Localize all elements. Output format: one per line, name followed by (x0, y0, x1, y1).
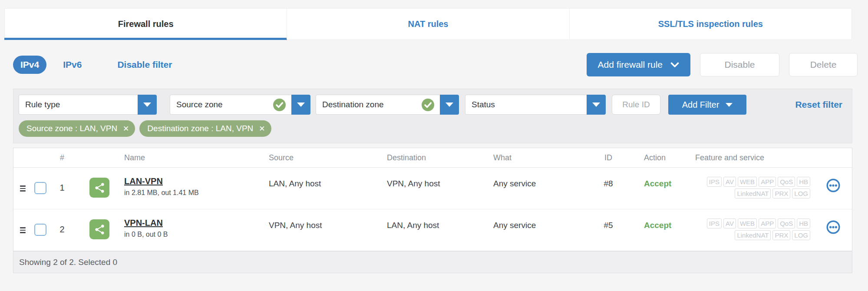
tab-label: Firewall rules (118, 19, 174, 29)
rule-id: #8 (593, 179, 624, 188)
header-action: Action (624, 153, 680, 162)
table-row: 1 LAN-VPN in 2.81 MB, out 1.41 MB LAN, A… (13, 168, 852, 209)
header-name: Name (112, 153, 269, 162)
feature-badge: WEB (738, 177, 757, 187)
filter-dropdown-status[interactable]: Status (465, 95, 606, 115)
rule-destination: VPN, Any host (387, 179, 493, 188)
add-firewall-rule-button[interactable]: Add firewall rule (587, 53, 690, 76)
drag-handle-icon[interactable] (20, 227, 26, 233)
tab-label: SSL/TLS inspection rules (658, 19, 763, 29)
firewall-rules-table: # Name Source Destination What ID Action… (13, 148, 852, 273)
ipv4-toggle[interactable]: IPv4 (13, 56, 46, 74)
rule-id-input[interactable] (612, 95, 660, 115)
feature-badge: HB (797, 177, 810, 187)
feature-badge: APP (759, 218, 776, 228)
row-menu-ellipsis-icon[interactable] (826, 178, 841, 193)
tab-ssl-tls-inspection-rules[interactable]: SSL/TLS inspection rules (569, 9, 851, 40)
feature-badge: AV (723, 177, 736, 187)
add-filter-button[interactable]: Add Filter (668, 95, 746, 115)
rule-id: #5 (593, 221, 624, 230)
filter-row: Rule type Source zone Destination zone (19, 95, 847, 115)
chevron-down-icon (670, 62, 679, 68)
feature-badge: APP (759, 177, 776, 187)
firewall-rules-page: Firewall rules NAT rules SSL/TLS inspect… (0, 0, 868, 291)
share-icon[interactable] (89, 219, 109, 239)
filter-dropdown-destination-zone[interactable]: Destination zone (316, 95, 459, 115)
chip-remove-icon[interactable]: ✕ (259, 125, 265, 132)
check-circle-icon (273, 98, 286, 112)
table-header-row: # Name Source Destination What ID Action… (13, 148, 852, 168)
check-circle-icon (421, 98, 435, 112)
filter-chip-destination-zone: Destination zone : LAN, VPN ✕ (139, 120, 271, 137)
rule-action: Accept (644, 221, 680, 230)
dropdown-caret-button[interactable] (138, 95, 157, 115)
feature-badge: QoS (778, 218, 795, 228)
dropdown-label: Destination zone (322, 100, 384, 109)
row-number: 2 (50, 225, 74, 251)
dropdown-caret-button[interactable] (587, 95, 606, 115)
feature-badge: LinkedNAT (735, 230, 771, 240)
header-id: ID (593, 153, 624, 162)
filter-panel: Rule type Source zone Destination zone (13, 89, 852, 143)
dropdown-caret-button[interactable] (291, 95, 310, 115)
rule-destination: LAN, Any host (387, 221, 493, 230)
controls-row: IPv4 IPv6 Disable filter Add firewall ru… (13, 52, 858, 77)
filter-dropdown-rule-type[interactable]: Rule type (19, 95, 157, 115)
tab-nat-rules[interactable]: NAT rules (287, 9, 569, 40)
feature-badge: QoS (778, 177, 795, 187)
rule-source: LAN, Any host (269, 179, 387, 188)
disable-button[interactable]: Disable (700, 53, 779, 76)
header-what: What (493, 153, 593, 162)
rule-name-link[interactable]: LAN-VPN (124, 176, 269, 186)
row-menu-ellipsis-icon[interactable] (826, 220, 841, 235)
table-footer-summary: Showing 2 of 2. Selected 0 (19, 258, 117, 267)
feature-badges: IPSAVWEBAPPQoSHBLinkedNATPRXLOG (680, 176, 811, 199)
row-checkbox[interactable] (34, 224, 46, 236)
dropdown-caret-button[interactable] (440, 95, 459, 115)
action-buttons: Add firewall rule Disable Delete (587, 53, 858, 76)
ipv6-toggle[interactable]: IPv6 (63, 60, 82, 70)
share-icon[interactable] (89, 178, 109, 198)
dropdown-label: Status (472, 100, 495, 109)
add-firewall-rule-label: Add firewall rule (598, 60, 663, 70)
feature-badge: PRX (772, 230, 790, 240)
disable-filter-link[interactable]: Disable filter (117, 60, 172, 70)
feature-badge: WEB (738, 218, 757, 228)
table-row: 2 VPN-LAN in 0 B, out 0 B VPN, Any host … (13, 209, 852, 251)
drag-handle-icon[interactable] (20, 185, 26, 192)
feature-badge: AV (723, 218, 736, 228)
rule-name-link[interactable]: VPN-LAN (124, 218, 269, 228)
rule-what: Any service (493, 221, 593, 230)
feature-badges: IPSAVWEBAPPQoSHBLinkedNATPRXLOG (680, 218, 811, 241)
add-filter-label: Add Filter (682, 100, 719, 110)
filter-dropdown-source-zone[interactable]: Source zone (170, 95, 310, 115)
chip-remove-icon[interactable]: ✕ (123, 125, 129, 132)
header-source: Source (269, 153, 387, 162)
caret-down-icon (726, 103, 733, 107)
rules-tabbar: Firewall rules NAT rules SSL/TLS inspect… (4, 8, 852, 40)
reset-filter-link[interactable]: Reset filter (795, 99, 842, 110)
filter-chip-source-zone: Source zone : LAN, VPN ✕ (19, 120, 135, 137)
chip-label: Destination zone : LAN, VPN (147, 124, 253, 133)
feature-badge: LOG (792, 230, 810, 240)
tab-firewall-rules[interactable]: Firewall rules (5, 9, 287, 40)
feature-badge: LinkedNAT (735, 188, 771, 198)
dropdown-label: Source zone (176, 100, 223, 109)
table-footer: Showing 2 of 2. Selected 0 (13, 251, 852, 273)
header-number: # (50, 153, 74, 162)
rule-traffic: in 0 B, out 0 B (124, 231, 269, 238)
dropdown-label: Rule type (25, 100, 60, 109)
rule-action: Accept (644, 179, 680, 188)
chip-label: Source zone : LAN, VPN (26, 124, 117, 133)
active-filter-chips: Source zone : LAN, VPN ✕ Destination zon… (19, 120, 847, 137)
rule-traffic: in 2.81 MB, out 1.41 MB (124, 189, 269, 197)
row-number: 1 (50, 183, 74, 209)
header-feature-and-service: Feature and service (680, 153, 815, 162)
feature-badge: PRX (772, 188, 790, 198)
delete-button[interactable]: Delete (789, 53, 858, 76)
feature-badge: LOG (792, 188, 810, 198)
row-checkbox[interactable] (34, 182, 46, 194)
rule-source: VPN, Any host (269, 221, 387, 230)
tab-label: NAT rules (408, 19, 449, 29)
feature-badge: HB (797, 218, 810, 228)
